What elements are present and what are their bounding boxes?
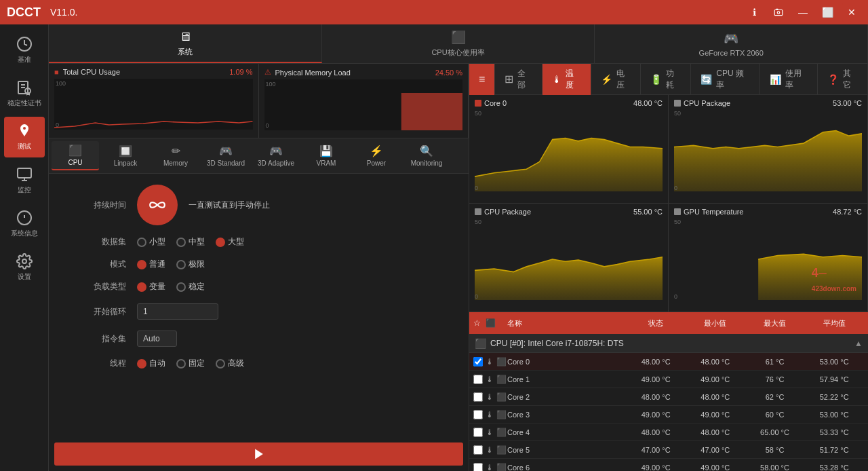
chart-row-1: Core 0 48.00 °C 50 0 — [469, 95, 868, 204]
tool-3dstandard[interactable]: 🎮 3D Standard — [202, 141, 250, 170]
memory-tool-icon: ✏ — [172, 145, 180, 157]
nav-tab-gpu[interactable]: 🎮 GeForce RTX 2060 — [595, 24, 868, 63]
thread-fixed-option[interactable]: 固定 — [176, 358, 205, 369]
dataset-large-radio[interactable] — [216, 238, 225, 247]
sidebar-item-test[interactable]: 测试 — [4, 117, 45, 157]
cpupkg2-chart-title: CPU Package — [475, 208, 531, 216]
nav-tab-system[interactable]: 🖥 系统 — [49, 24, 322, 63]
tool-cpu[interactable]: ⬛ CPU — [52, 141, 99, 170]
row-chart-icon: ⬛ — [496, 428, 507, 437]
tool-vram[interactable]: 💾 VRAM — [302, 141, 350, 170]
row-checkbox[interactable] — [473, 375, 483, 384]
right-tab-temp[interactable]: 🌡 温度 — [542, 64, 591, 95]
sidebar-item-certificate[interactable]: 稳定性证书 — [4, 73, 45, 114]
tool-linpack[interactable]: 🔲 Linpack — [102, 141, 149, 170]
load-stable-radio[interactable] — [176, 282, 186, 292]
load-variable-option[interactable]: 变量 — [137, 281, 165, 293]
close-button[interactable]: ✕ — [842, 3, 861, 22]
tool-memory[interactable]: ✏ Memory — [152, 141, 199, 170]
tool-monitoring[interactable]: 🔍 Monitoring — [403, 141, 450, 170]
cpu-group-header[interactable]: ⬛ CPU [#0]: Intel Core i7-10875H: DTS ▲ — [469, 334, 868, 353]
row-checkbox[interactable] — [473, 463, 483, 472]
row-temp-icon: 🌡 — [486, 463, 494, 472]
dataset-large-label: 大型 — [228, 236, 244, 248]
thread-advanced-option[interactable]: 高级 — [216, 358, 244, 369]
group-collapse-icon[interactable]: ▲ — [854, 339, 863, 348]
screenshot-button[interactable] — [769, 3, 788, 22]
row-checkbox[interactable] — [473, 428, 483, 437]
thread-auto-radio[interactable] — [137, 359, 146, 369]
mode-extreme-radio[interactable] — [176, 260, 186, 269]
th-status: 状态 — [626, 318, 686, 328]
tool-3dadaptive[interactable]: 🎮 3D Adaptive — [252, 141, 300, 170]
start-button[interactable] — [54, 442, 463, 466]
right-tab-power[interactable]: 🔋 功耗 — [641, 64, 691, 95]
mode-extreme-option[interactable]: 极限 — [176, 259, 205, 270]
cpu-usage-chart: 100 0 — [54, 79, 253, 130]
load-variable-radio[interactable] — [137, 282, 146, 292]
row-min: 48.00 °C — [686, 358, 745, 366]
load-stable-option[interactable]: 稳定 — [176, 281, 205, 293]
content-area: 🖥 系统 ⬛ CPU核心使用率 🎮 GeForce RTX 2060 — [49, 24, 868, 471]
restore-button[interactable]: ⬜ — [818, 3, 837, 22]
cpupkg-chart-header: CPU Package 53.00 °C — [674, 99, 862, 107]
row-max: 76 °C — [745, 375, 805, 383]
start-btn-area — [49, 437, 469, 471]
right-tabs: ≡ ⊞ 全部 🌡 温度 ⚡ 电压 🔋 — [469, 64, 868, 95]
dataset-small-radio[interactable] — [137, 238, 146, 247]
cpupkg-chart-temp: 53.00 °C — [833, 99, 862, 107]
right-tab-menu[interactable]: ≡ — [469, 64, 495, 95]
tool-power[interactable]: ⚡ Power — [353, 141, 400, 170]
thread-advanced-radio[interactable] — [216, 359, 225, 369]
row-status: 47.00 °C — [626, 446, 686, 454]
right-tab-usage[interactable]: 📊 使用率 — [760, 64, 818, 95]
row-checkbox[interactable] — [473, 410, 483, 419]
split-panel: ■ Total CPU Usage 1.09 % 100 0 — [49, 64, 868, 471]
group-label: CPU [#0]: Intel Core i7-10875H: DTS — [490, 339, 854, 348]
cpupkg2-chart-panel: CPU Package 55.00 °C 50 0 — [469, 204, 669, 312]
right-tab-all-label: 全部 — [517, 68, 532, 91]
cpu-scale-top: 100 — [56, 80, 66, 87]
row-chart-icon: ⬛ — [496, 463, 507, 472]
cpupkg2-mini-chart: 50 0 — [475, 219, 663, 300]
dataset-medium-option[interactable]: 中型 — [176, 236, 205, 248]
row-name: Core 1 — [507, 375, 626, 383]
dataset-large-option[interactable]: 大型 — [216, 236, 244, 248]
right-tab-other[interactable]: ❓ 其它 — [818, 64, 868, 95]
right-tab-all[interactable]: ⊞ 全部 — [495, 64, 542, 95]
mode-normal-radio[interactable] — [137, 260, 146, 269]
row-name: Core 2 — [507, 393, 626, 401]
row-checkbox[interactable] — [473, 392, 483, 402]
memory-usage-label: Physical Memory Load — [275, 69, 351, 77]
sidebar-item-monitor[interactable]: 监控 — [4, 160, 45, 201]
sidebar-item-sysinfo[interactable]: 系统信息 — [4, 204, 45, 244]
minimize-button[interactable]: — — [793, 3, 812, 22]
loop-input[interactable] — [137, 303, 218, 320]
nav-tab-cpu[interactable]: ⬛ CPU核心使用率 — [322, 24, 595, 63]
right-tab-voltage[interactable]: ⚡ 电压 — [591, 64, 642, 95]
sidebar-item-baseline[interactable]: 基准 — [4, 30, 45, 71]
thread-fixed-radio[interactable] — [176, 359, 186, 369]
row-avg: 52.22 °C — [804, 393, 864, 401]
right-tab-cpufreq[interactable]: 🔄 CPU 频率 — [691, 64, 760, 95]
info-button[interactable]: ℹ — [745, 3, 764, 22]
instruction-select[interactable]: Auto — [137, 331, 177, 347]
infinity-button[interactable] — [137, 185, 178, 225]
mode-normal-option[interactable]: 普通 — [137, 259, 165, 270]
linpack-tool-label: Linpack — [114, 159, 137, 167]
sidebar-item-settings[interactable]: 设置 — [4, 247, 45, 288]
table-row: 🌡 ⬛ Core 4 48.00 °C 48.00 °C 65.00 °C 53… — [469, 423, 868, 441]
row-checkbox[interactable] — [473, 445, 483, 455]
sidebar-label-sysinfo: 系统信息 — [11, 229, 38, 238]
vram-tool-icon: 💾 — [319, 145, 333, 157]
row-min: 48.00 °C — [686, 428, 745, 436]
dataset-label: 数据集 — [65, 236, 126, 248]
mode-label: 模式 — [65, 259, 126, 270]
dataset-small-option[interactable]: 小型 — [137, 236, 165, 248]
th-name: 名称 — [507, 318, 626, 328]
thread-auto-option[interactable]: 自动 — [137, 358, 165, 369]
row-checkbox[interactable] — [473, 357, 483, 366]
memory-usage-section: ⚠ Physical Memory Load 24.50 % 100 0 — [259, 64, 469, 138]
row-avg: 53.33 °C — [804, 428, 864, 436]
dataset-medium-radio[interactable] — [176, 238, 186, 247]
